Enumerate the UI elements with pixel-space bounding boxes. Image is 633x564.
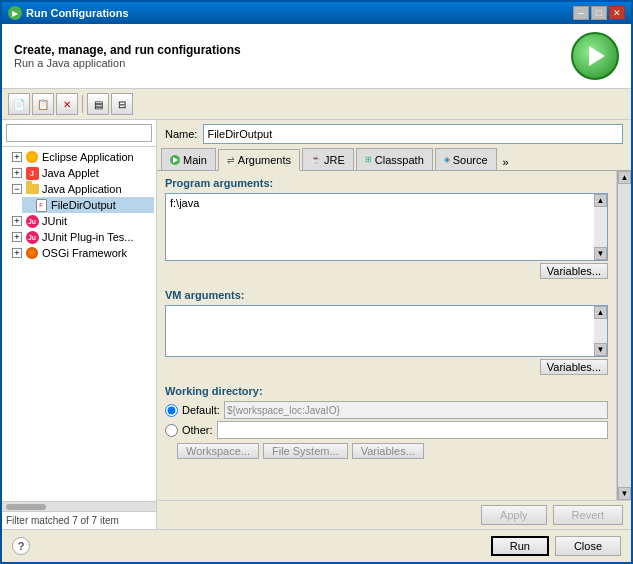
default-dir-input[interactable] [224,401,608,419]
window-icon: ▶ [8,6,22,20]
revert-button[interactable]: Revert [553,505,623,525]
help-button[interactable]: ? [12,537,30,555]
program-args-wrapper: f:\java ▲ ▼ [165,193,608,261]
tree-item-filediroutput[interactable]: F FileDirOutput [22,197,154,213]
tree-label-filediroutput: FileDirOutput [51,199,116,211]
toolbar: 📄 📋 ✕ ▤ ⊟ [2,89,631,120]
variables-button-1[interactable]: Variables... [540,263,608,279]
header-text: Create, manage, and run configurations R… [14,43,241,69]
vm-scroll-up[interactable]: ▲ [594,306,607,319]
bottom-bar: ? Run Close [2,529,631,562]
tab-main[interactable]: Main [161,148,216,170]
tree-item-eclipse[interactable]: + Eclipse Application [10,149,154,165]
window-title: Run Configurations [26,7,129,19]
name-row: Name: [157,120,631,148]
right-scrollbar[interactable]: ▲ ▼ [617,171,631,500]
title-bar: ▶ Run Configurations ─ □ ✕ [2,2,631,24]
arguments-content: Program arguments: f:\java ▲ ▼ Varia [157,171,617,500]
header-subtitle: Run a Java application [14,57,241,69]
tree-item-junit[interactable]: + Ju JUnit [10,213,154,229]
left-scrollbar[interactable] [2,501,156,511]
other-radio[interactable] [165,424,178,437]
tab-classpath[interactable]: ⊞ Classpath [356,148,433,170]
scroll-down-arrow[interactable]: ▼ [594,247,607,260]
maximize-button[interactable]: □ [591,6,607,20]
default-radio[interactable] [165,404,178,417]
filter-button[interactable]: ▤ [87,93,109,115]
tree-label-applet: Java Applet [42,167,99,179]
vm-scroll-track [594,319,607,343]
program-args-label: Program arguments: [165,177,608,189]
tab-arguments[interactable]: ⇌ Arguments [218,149,300,171]
other-dir-input[interactable] [217,421,608,439]
scroll-up-arrow[interactable]: ▲ [594,194,607,207]
other-radio-row: Other: [165,421,608,439]
tabs-bar: Main ⇌ Arguments ☕ JRE ⊞ Classpath ◈ Sou… [157,148,631,171]
arguments-tab-icon: ⇌ [227,155,235,165]
close-button[interactable]: ✕ [609,6,625,20]
program-args-scrollbar[interactable]: ▲ ▼ [594,194,607,260]
expand-osgi[interactable]: + [12,248,22,258]
minimize-button[interactable]: ─ [573,6,589,20]
tree-label-junit-plugin: JUnit Plug-in Tes... [42,231,134,243]
run-icon[interactable] [571,32,619,80]
tree-item-applet[interactable]: + J Java Applet [10,165,154,181]
search-input[interactable] [6,124,152,142]
search-box [2,120,156,147]
vm-scroll-down[interactable]: ▼ [594,343,607,356]
tab-main-label: Main [183,154,207,166]
program-args-box[interactable]: f:\java ▲ ▼ [165,193,608,261]
duplicate-button[interactable]: 📋 [32,93,54,115]
tab-classpath-label: Classpath [375,154,424,166]
filesystem-button[interactable]: File System... [263,443,348,459]
new-config-button[interactable]: 📄 [8,93,30,115]
vm-args-box[interactable]: ▲ ▼ [165,305,608,357]
variables-button-3[interactable]: Variables... [352,443,424,459]
default-radio-label: Default: [182,404,220,416]
tree-item-javaapp[interactable]: − Java Application [10,181,154,197]
toolbar-separator [82,95,83,113]
expand-eclipse[interactable]: + [12,152,22,162]
tab-source[interactable]: ◈ Source [435,148,497,170]
program-args-value: f:\java [168,196,605,210]
vm-args-wrapper: ▲ ▼ [165,305,608,357]
collapse-button[interactable]: ⊟ [111,93,133,115]
run-configurations-window: ▶ Run Configurations ─ □ ✕ Create, manag… [0,0,633,564]
name-label: Name: [165,128,197,140]
name-input[interactable] [203,124,623,144]
tab-source-label: Source [453,154,488,166]
workspace-button[interactable]: Workspace... [177,443,259,459]
tree-view: + Eclipse Application + J Java Applet − … [2,147,156,501]
expand-javaapp[interactable]: − [12,184,22,194]
tab-jre-label: JRE [324,154,345,166]
scroll-track [594,207,607,247]
tree-item-junit-plugin[interactable]: + Ju JUnit Plug-in Tes... [10,229,154,245]
delete-button[interactable]: ✕ [56,93,78,115]
variables-button-2[interactable]: Variables... [540,359,608,375]
tab-jre[interactable]: ☕ JRE [302,148,354,170]
tabs-overflow[interactable]: » [499,154,513,170]
filediroutput-icon: F [34,198,48,212]
expand-junit[interactable]: + [12,216,22,226]
left-panel: + Eclipse Application + J Java Applet − … [2,120,157,529]
tree-label-eclipse: Eclipse Application [42,151,134,163]
filter-status: Filter matched 7 of 7 item [2,511,156,529]
expand-applet[interactable]: + [12,168,22,178]
right-scroll-down[interactable]: ▼ [618,487,631,500]
apply-button[interactable]: Apply [481,505,547,525]
header-area: Create, manage, and run configurations R… [2,24,631,89]
vm-args-scrollbar[interactable]: ▲ ▼ [594,306,607,356]
junit-icon: Ju [25,214,39,228]
working-dir-label: Working directory: [165,385,608,397]
variables-btn-2-row: Variables... [165,359,608,381]
vm-section: VM arguments: ▲ ▼ [165,289,608,381]
expand-junit-plugin[interactable]: + [12,232,22,242]
close-dialog-button[interactable]: Close [555,536,621,556]
dir-buttons: Workspace... File System... Variables... [177,443,608,459]
header-title: Create, manage, and run configurations [14,43,241,57]
run-button[interactable]: Run [491,536,549,556]
tree-item-osgi[interactable]: + OSGi Framework [10,245,154,261]
right-scroll-track [618,184,631,487]
java-applet-icon: J [25,166,39,180]
right-scroll-up[interactable]: ▲ [618,171,631,184]
